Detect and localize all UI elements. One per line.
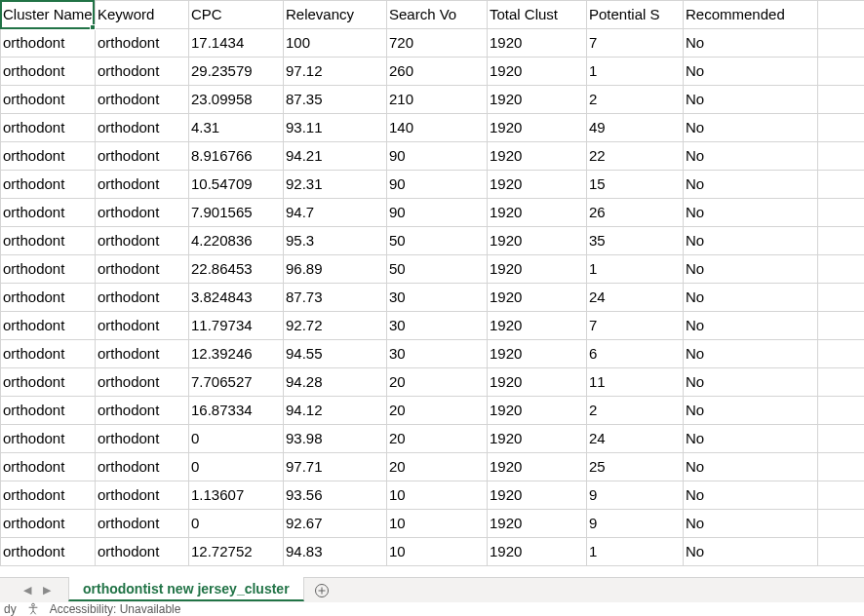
cell-cluster-name[interactable]: orthodont	[1, 142, 96, 171]
cell-keyword[interactable]: orthodont	[96, 86, 189, 114]
cell-relevancy[interactable]: 96.89	[284, 255, 387, 284]
cell-search-volume[interactable]: 30	[387, 284, 488, 312]
cell-potential-s[interactable]: 35	[587, 227, 684, 255]
cell-recommended[interactable]: No	[684, 29, 818, 58]
cell-total-cluster[interactable]: 1920	[488, 481, 587, 510]
cell-total-cluster[interactable]: 1920	[488, 227, 587, 255]
cell-recommended[interactable]: No	[684, 114, 818, 142]
tab-nav-next-icon[interactable]: ▶	[43, 585, 51, 596]
cell-keyword[interactable]: orthodont	[96, 58, 189, 86]
cell-keyword[interactable]: orthodont	[96, 284, 189, 312]
cell-total-cluster[interactable]: 1920	[488, 397, 587, 425]
cell-total-cluster[interactable]: 1920	[488, 142, 587, 171]
cell-potential-s[interactable]: 7	[587, 312, 684, 340]
cell-empty[interactable]	[818, 368, 865, 397]
cell-potential-s[interactable]: 26	[587, 199, 684, 227]
cell-search-volume[interactable]: 20	[387, 453, 488, 481]
cell-cluster-name[interactable]: orthodont	[1, 510, 96, 538]
cell-recommended[interactable]: No	[684, 453, 818, 481]
cell-search-volume[interactable]: 30	[387, 312, 488, 340]
cell-search-volume[interactable]: 10	[387, 481, 488, 510]
cell-relevancy[interactable]: 95.3	[284, 227, 387, 255]
cell-empty[interactable]	[818, 397, 865, 425]
cell-recommended[interactable]: No	[684, 312, 818, 340]
cell-empty[interactable]	[818, 425, 865, 453]
cell-cluster-name[interactable]: orthodont	[1, 284, 96, 312]
cell-total-cluster[interactable]: 1920	[488, 255, 587, 284]
cell-empty[interactable]	[818, 538, 865, 566]
cell-cluster-name[interactable]: orthodont	[1, 86, 96, 114]
cell-cpc[interactable]: 0	[189, 425, 284, 453]
cell-potential-s[interactable]: 2	[587, 397, 684, 425]
cell-recommended[interactable]: No	[684, 481, 818, 510]
cell-cpc[interactable]: 23.09958	[189, 86, 284, 114]
cell-total-cluster[interactable]: 1920	[488, 199, 587, 227]
cell-empty[interactable]	[818, 481, 865, 510]
tab-nav-buttons[interactable]: ◀ ▶	[0, 578, 68, 602]
cell-recommended[interactable]: No	[684, 397, 818, 425]
cell-keyword[interactable]: orthodont	[96, 368, 189, 397]
cell-empty[interactable]	[818, 142, 865, 171]
cell-total-cluster[interactable]: 1920	[488, 29, 587, 58]
cell-cluster-name[interactable]: orthodont	[1, 29, 96, 58]
cell-total-cluster[interactable]: 1920	[488, 453, 587, 481]
cell-recommended[interactable]: No	[684, 255, 818, 284]
cell-keyword[interactable]: orthodont	[96, 199, 189, 227]
header-total-cluster[interactable]: Total Clust	[488, 1, 587, 29]
cell-keyword[interactable]: orthodont	[96, 171, 189, 199]
cell-relevancy[interactable]: 92.31	[284, 171, 387, 199]
cell-total-cluster[interactable]: 1920	[488, 425, 587, 453]
cell-recommended[interactable]: No	[684, 199, 818, 227]
cell-search-volume[interactable]: 10	[387, 538, 488, 566]
cell-cluster-name[interactable]: orthodont	[1, 255, 96, 284]
cell-recommended[interactable]: No	[684, 86, 818, 114]
cell-cpc[interactable]: 8.916766	[189, 142, 284, 171]
cell-cluster-name[interactable]: orthodont	[1, 114, 96, 142]
cell-empty[interactable]	[818, 171, 865, 199]
cell-keyword[interactable]: orthodont	[96, 510, 189, 538]
cell-empty[interactable]	[818, 255, 865, 284]
cell-keyword[interactable]: orthodont	[96, 397, 189, 425]
cell-potential-s[interactable]: 9	[587, 481, 684, 510]
tab-nav-prev-icon[interactable]: ◀	[23, 585, 31, 596]
cell-search-volume[interactable]: 720	[387, 29, 488, 58]
cell-recommended[interactable]: No	[684, 368, 818, 397]
cell-empty[interactable]	[818, 29, 865, 58]
cell-relevancy[interactable]: 94.12	[284, 397, 387, 425]
cell-cluster-name[interactable]: orthodont	[1, 425, 96, 453]
cell-search-volume[interactable]: 30	[387, 340, 488, 368]
cell-cluster-name[interactable]: orthodont	[1, 481, 96, 510]
cell-total-cluster[interactable]: 1920	[488, 312, 587, 340]
cell-relevancy[interactable]: 97.12	[284, 58, 387, 86]
header-cluster-name[interactable]: Cluster Name	[1, 1, 96, 29]
cell-empty[interactable]	[818, 86, 865, 114]
cell-relevancy[interactable]: 94.83	[284, 538, 387, 566]
cell-empty[interactable]	[818, 284, 865, 312]
cell-keyword[interactable]: orthodont	[96, 340, 189, 368]
cell-search-volume[interactable]: 140	[387, 114, 488, 142]
cell-cpc[interactable]: 1.13607	[189, 481, 284, 510]
cell-cpc[interactable]: 0	[189, 453, 284, 481]
header-relevancy[interactable]: Relevancy	[284, 1, 387, 29]
cell-potential-s[interactable]: 7	[587, 29, 684, 58]
cell-potential-s[interactable]: 49	[587, 114, 684, 142]
cell-keyword[interactable]: orthodont	[96, 481, 189, 510]
cell-cluster-name[interactable]: orthodont	[1, 453, 96, 481]
cell-recommended[interactable]: No	[684, 58, 818, 86]
cell-cpc[interactable]: 12.72752	[189, 538, 284, 566]
cell-keyword[interactable]: orthodont	[96, 255, 189, 284]
cell-potential-s[interactable]: 24	[587, 284, 684, 312]
cell-search-volume[interactable]: 50	[387, 227, 488, 255]
cell-cpc[interactable]: 17.1434	[189, 29, 284, 58]
cell-search-volume[interactable]: 210	[387, 86, 488, 114]
cell-search-volume[interactable]: 260	[387, 58, 488, 86]
new-sheet-button[interactable]	[304, 578, 339, 602]
cell-potential-s[interactable]: 1	[587, 538, 684, 566]
header-potential-s[interactable]: Potential S	[587, 1, 684, 29]
cell-total-cluster[interactable]: 1920	[488, 538, 587, 566]
cell-cluster-name[interactable]: orthodont	[1, 538, 96, 566]
header-recommended[interactable]: Recommended	[684, 1, 818, 29]
cell-relevancy[interactable]: 94.28	[284, 368, 387, 397]
cell-empty[interactable]	[818, 453, 865, 481]
cell-cpc[interactable]: 29.23579	[189, 58, 284, 86]
